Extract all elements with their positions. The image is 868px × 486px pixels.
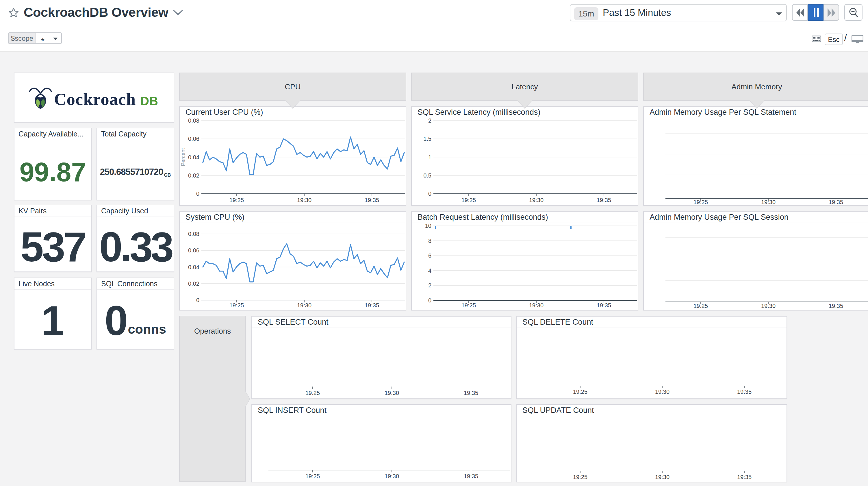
svg-text:19:30: 19:30 [655,474,670,480]
svg-text:19:25: 19:25 [229,197,244,203]
svg-text:0: 0 [196,297,199,303]
svg-text:19:25: 19:25 [573,474,587,480]
svg-text:19:35: 19:35 [597,302,611,309]
svg-text:19:25: 19:25 [573,389,587,395]
svg-text:0.08: 0.08 [188,231,199,237]
svg-text:Percent: Percent [180,148,186,166]
svg-text:19:30: 19:30 [297,197,311,203]
svg-text:19:35: 19:35 [464,390,478,396]
svg-text:19:30: 19:30 [655,389,670,395]
svg-text:10: 10 [425,223,431,229]
svg-text:19:35: 19:35 [597,197,611,203]
svg-text:0.02: 0.02 [188,172,199,179]
svg-text:19:35: 19:35 [464,473,478,479]
svg-text:19:25: 19:25 [305,390,320,396]
svg-text:19:30: 19:30 [529,197,544,203]
svg-text:1.5: 1.5 [423,136,431,142]
svg-text:19:35: 19:35 [829,303,843,309]
svg-text:19:35: 19:35 [365,197,379,203]
svg-text:19:35: 19:35 [829,199,843,205]
svg-text:19:35: 19:35 [737,389,751,395]
svg-text:19:30: 19:30 [384,473,399,479]
svg-text:4: 4 [428,267,431,274]
svg-text:0.5: 0.5 [423,172,431,179]
svg-text:2: 2 [428,117,431,124]
svg-text:19:35: 19:35 [365,302,379,309]
svg-text:0.06: 0.06 [188,247,199,254]
svg-text:0: 0 [196,191,199,197]
svg-text:19:30: 19:30 [384,390,399,396]
svg-text:19:30: 19:30 [761,199,776,205]
svg-text:19:25: 19:25 [461,197,476,203]
svg-text:0.04: 0.04 [188,154,199,161]
svg-text:2: 2 [428,282,431,289]
svg-text:19:30: 19:30 [297,302,311,309]
svg-text:0.04: 0.04 [188,264,199,270]
svg-text:0.02: 0.02 [188,281,199,287]
svg-text:8: 8 [428,238,431,244]
svg-text:0: 0 [428,297,431,304]
svg-text:19:25: 19:25 [693,199,708,205]
svg-text:6: 6 [428,252,431,259]
svg-text:0: 0 [428,191,431,197]
svg-text:19:30: 19:30 [529,302,544,309]
svg-text:0.06: 0.06 [188,136,199,142]
svg-text:19:25: 19:25 [461,302,476,309]
svg-text:1: 1 [428,154,431,161]
svg-text:0.08: 0.08 [188,117,199,124]
svg-text:19:30: 19:30 [761,303,776,309]
svg-text:19:35: 19:35 [737,474,751,480]
svg-text:19:25: 19:25 [693,303,708,309]
svg-text:19:25: 19:25 [229,302,244,309]
svg-text:19:25: 19:25 [305,473,320,479]
